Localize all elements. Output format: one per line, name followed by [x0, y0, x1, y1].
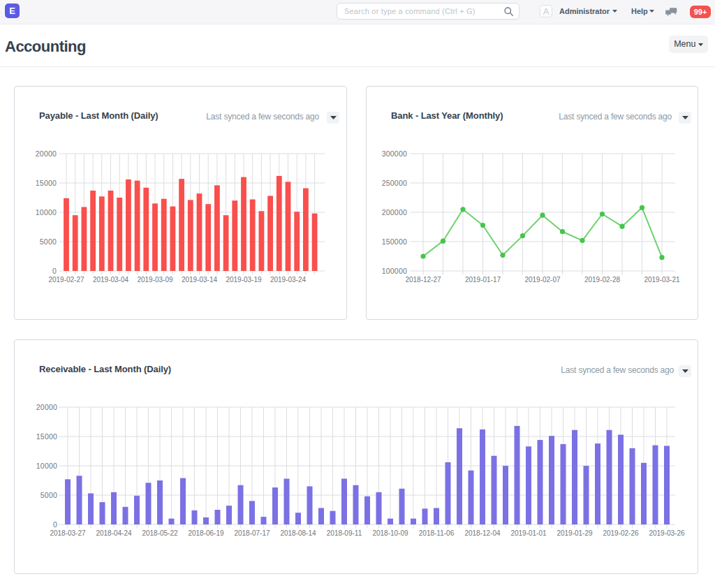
svg-text:2018-09-11: 2018-09-11 — [327, 529, 362, 537]
svg-text:2019-02-27: 2019-02-27 — [48, 276, 84, 284]
svg-text:2018-12-27: 2018-12-27 — [405, 276, 441, 284]
svg-text:15000: 15000 — [36, 432, 57, 441]
svg-text:0: 0 — [52, 267, 57, 275]
svg-text:10000: 10000 — [36, 208, 57, 216]
svg-text:2019-03-26: 2019-03-26 — [649, 529, 685, 537]
svg-text:2019-03-14: 2019-03-14 — [182, 276, 218, 284]
svg-text:2019-03-09: 2019-03-09 — [137, 276, 173, 284]
svg-text:5000: 5000 — [40, 491, 57, 499]
svg-text:2019-01-01: 2019-01-01 — [510, 529, 547, 537]
svg-text:20000: 20000 — [36, 403, 57, 411]
svg-text:0: 0 — [53, 520, 57, 529]
svg-text:300000: 300000 — [382, 149, 407, 158]
svg-text:15000: 15000 — [36, 179, 57, 187]
svg-text:2019-03-21: 2019-03-21 — [644, 276, 680, 284]
svg-text:2018-07-17: 2018-07-17 — [234, 529, 270, 537]
svg-text:2019-03-19: 2019-03-19 — [226, 276, 262, 284]
svg-text:2018-06-19: 2018-06-19 — [188, 529, 224, 537]
svg-text:150000: 150000 — [382, 237, 407, 246]
svg-text:20000: 20000 — [36, 149, 57, 158]
svg-text:2019-01-17: 2019-01-17 — [465, 276, 501, 284]
svg-text:2019-02-07: 2019-02-07 — [524, 276, 561, 284]
svg-text:2018-05-22: 2018-05-22 — [142, 529, 178, 537]
svg-text:2018-12-04: 2018-12-04 — [464, 529, 501, 537]
svg-text:2019-03-24: 2019-03-24 — [270, 276, 307, 284]
svg-text:100000: 100000 — [382, 267, 407, 275]
svg-text:2018-10-09: 2018-10-09 — [372, 529, 408, 537]
svg-text:2019-01-29: 2019-01-29 — [556, 529, 593, 537]
svg-text:250000: 250000 — [382, 179, 407, 187]
svg-text:2018-11-06: 2018-11-06 — [419, 529, 455, 537]
svg-text:2019-03-04: 2019-03-04 — [93, 276, 129, 284]
svg-text:200000: 200000 — [382, 208, 407, 216]
svg-text:2018-04-24: 2018-04-24 — [96, 529, 132, 537]
svg-text:2019-02-28: 2019-02-28 — [584, 276, 621, 284]
svg-text:10000: 10000 — [36, 462, 57, 470]
svg-text:5000: 5000 — [40, 237, 57, 246]
svg-text:2018-03-27: 2018-03-27 — [50, 529, 86, 537]
svg-text:2018-08-14: 2018-08-14 — [280, 529, 316, 537]
svg-text:2019-02-26: 2019-02-26 — [603, 529, 639, 537]
